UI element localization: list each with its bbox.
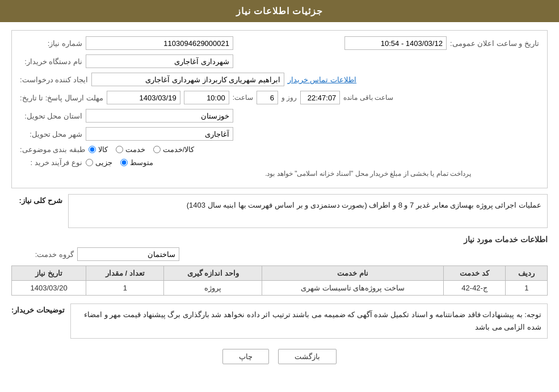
cell-code: ج-42-42 bbox=[443, 281, 506, 296]
category-radio-group[interactable]: کالا/خدمت خدمت کالا bbox=[89, 145, 195, 154]
service-group-label: گروه خدمت: bbox=[11, 250, 74, 259]
back-button[interactable]: بازگشت bbox=[278, 349, 337, 364]
days-input[interactable] bbox=[257, 91, 278, 104]
description-value: عملیات اجرائی پروژه بهسازی معابر غدیر 7 … bbox=[187, 201, 541, 209]
category-label: طبقه بندی موضوعی: bbox=[20, 145, 85, 154]
deadline-label: مهلت ارسال پاسخ: تا تاریخ: bbox=[20, 94, 103, 102]
col-unit: واحد اندازه گیری bbox=[164, 266, 262, 281]
process-mutawaset[interactable]: متوسط bbox=[120, 158, 153, 167]
description-box: عملیات اجرائی پروژه بهسازی معابر غدیر 7 … bbox=[68, 194, 548, 228]
category-kala-khedmat[interactable]: کالا/خدمت bbox=[153, 145, 195, 154]
process-jozii[interactable]: جزیی bbox=[86, 158, 112, 167]
need-number-label: شماره نیاز: bbox=[20, 39, 82, 48]
contact-link[interactable]: اطلاعات تماس خریدار bbox=[288, 75, 356, 84]
buyer-org-label: نام دستگاه خریدار: bbox=[20, 57, 82, 66]
time-label: ساعت: bbox=[233, 94, 253, 102]
page-header: جزئیات اطلاعات نیاز bbox=[0, 0, 559, 22]
service-group-input[interactable] bbox=[77, 247, 179, 261]
process-label: نوع فرآیند خرید : bbox=[20, 158, 82, 167]
buyer-notes-content: توجه: به پیشنهادات فاقد ضمانتنامه و اسنا… bbox=[70, 304, 548, 339]
buyer-notes-value: توجه: به پیشنهادات فاقد ضمانتنامه و اسنا… bbox=[84, 310, 541, 331]
creator-input[interactable] bbox=[91, 73, 284, 86]
col-date: تاریخ نیاز bbox=[12, 266, 86, 281]
buyer-notes-label: توضیحات خریدار: bbox=[11, 304, 65, 314]
announce-date-label: تاریخ و ساعت اعلان عمومی: bbox=[450, 39, 539, 48]
services-table: ردیف کد خدمت نام خدمت واحد اندازه گیری ت… bbox=[11, 265, 548, 296]
table-row: 1 ج-42-42 ساخت پروژه‌های تاسیسات شهری پر… bbox=[12, 281, 548, 296]
remain-time-input[interactable] bbox=[300, 91, 340, 104]
cell-unit: پروژه bbox=[164, 281, 262, 296]
days-label: روز و bbox=[281, 94, 297, 102]
cell-row: 1 bbox=[506, 281, 548, 296]
col-qty: تعداد / مقدار bbox=[86, 266, 164, 281]
col-name: نام خدمت bbox=[262, 266, 443, 281]
category-khedmat[interactable]: خدمت bbox=[116, 145, 145, 154]
province-label: استان محل تحویل: bbox=[20, 112, 82, 120]
process-note: پرداخت تمام یا بخشی از مبلغ خریدار محل "… bbox=[265, 170, 471, 178]
process-radio-group[interactable]: متوسط جزیی bbox=[86, 158, 153, 167]
remain-label: ساعت باقی مانده bbox=[343, 94, 393, 102]
buyer-org-input[interactable] bbox=[86, 54, 233, 68]
cell-name: ساخت پروژه‌های تاسیسات شهری bbox=[262, 281, 443, 296]
cell-date: 1403/03/20 bbox=[12, 281, 86, 296]
page-title: جزئیات اطلاعات نیاز bbox=[236, 6, 323, 16]
services-section-title: اطلاعات خدمات مورد نیاز bbox=[11, 235, 548, 244]
print-button[interactable]: چاپ bbox=[222, 349, 269, 364]
category-kala[interactable]: کالا bbox=[89, 145, 108, 154]
footer-buttons: بازگشت چاپ bbox=[11, 349, 548, 376]
need-number-input[interactable] bbox=[86, 36, 233, 50]
col-row: ردیف bbox=[506, 266, 548, 281]
description-label: شرح کلی نیاز: bbox=[11, 194, 62, 205]
announce-date-input[interactable] bbox=[344, 36, 447, 50]
city-label: شهر محل تحویل: bbox=[20, 130, 82, 138]
deadline-date-input[interactable] bbox=[107, 91, 180, 104]
cell-qty: 1 bbox=[86, 281, 164, 296]
time-input[interactable] bbox=[184, 91, 229, 104]
creator-label: ایجاد کننده درخواست: bbox=[20, 75, 88, 84]
city-input[interactable] bbox=[86, 127, 233, 141]
col-code: کد خدمت bbox=[443, 266, 506, 281]
province-input[interactable] bbox=[86, 109, 233, 123]
